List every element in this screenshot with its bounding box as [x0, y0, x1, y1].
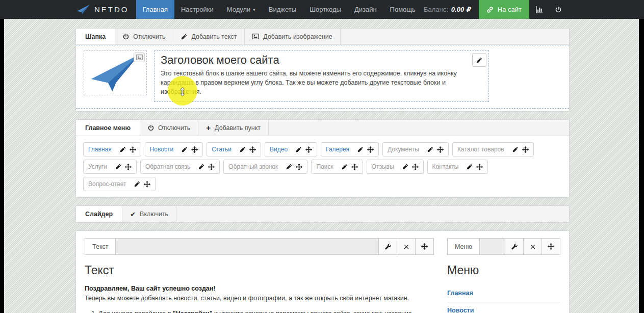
power-icon [123, 34, 129, 40]
move-menu-item-button[interactable] [125, 164, 132, 170]
menu-item-label: Поиск [316, 163, 333, 170]
nav-item-settings[interactable]: Настройки [174, 0, 220, 19]
text-widget-settings-button[interactable] [378, 239, 397, 254]
move-menu-item-button[interactable] [249, 146, 256, 153]
nav-item-label: Дизайн [354, 6, 377, 13]
image-icon [252, 34, 259, 39]
move-icon [144, 181, 150, 188]
menu-disable-button[interactable]: Отключить [140, 120, 198, 136]
menu-item-label: Контакты [432, 163, 459, 170]
menu-item-label: Отзывы [372, 163, 394, 170]
close-icon [530, 244, 535, 249]
edit-menu-item-button[interactable] [286, 164, 292, 170]
site-menu-link-0[interactable]: Главная [447, 285, 560, 302]
move-icon [125, 164, 132, 170]
nav-item-widgets[interactable]: Виджеты [262, 0, 303, 19]
move-menu-item-button[interactable] [296, 164, 302, 170]
edit-menu-item-button[interactable] [512, 146, 519, 152]
edit-header-text-button[interactable] [472, 53, 486, 67]
menu-item-chip: Отзывы [367, 160, 424, 174]
brand-logo[interactable]: NETDO [76, 0, 129, 19]
setup-steps-list: Для начала перейдите в "Настройки" и ука… [85, 309, 434, 313]
nav-item-modules[interactable]: Модули▾ [220, 0, 262, 19]
nav-item-home[interactable]: Главная [136, 0, 174, 19]
nav-item-label: Виджеты [269, 6, 296, 13]
power-icon [555, 7, 561, 13]
edit-menu-item-button[interactable] [198, 164, 204, 170]
menu-widget-move-button[interactable] [542, 239, 560, 254]
nav-item-shortcodes[interactable]: Шорткоды [303, 0, 348, 19]
header-add-text-button[interactable]: Добавить текст [173, 29, 245, 44]
edit-menu-item-button[interactable] [342, 164, 348, 170]
move-menu-item-button[interactable] [305, 146, 312, 153]
to-site-button[interactable]: На сайт [479, 0, 529, 19]
pencil-icon [181, 34, 187, 40]
text-widget-tab: Текст [85, 239, 116, 254]
header-disable-button[interactable]: Отключить [115, 29, 173, 44]
move-menu-item-button[interactable] [437, 146, 444, 153]
site-logo-block[interactable] [84, 50, 147, 95]
edit-menu-item-button[interactable] [402, 164, 408, 170]
pencil-icon [402, 164, 408, 170]
menu-item-label: Обратный звонок [228, 163, 278, 170]
edit-menu-item-button[interactable] [357, 146, 364, 152]
menu-widget-toolbar: Меню [447, 238, 560, 255]
edit-menu-item-button[interactable] [115, 164, 121, 170]
logout-button[interactable] [549, 0, 568, 19]
menu-item-label: Галерея [326, 146, 349, 153]
menu-widget-settings-button[interactable] [505, 239, 523, 254]
header-panel-tab: Шапка [76, 29, 115, 44]
move-menu-item-button[interactable] [476, 164, 483, 170]
navbar-right: Баланс: 0.00 ₽ На сайт [424, 0, 568, 19]
wrench-icon [385, 244, 391, 250]
main-menu-toolbar: Главное меню Отключить + Добавить пункт [76, 120, 569, 136]
brand-name: NETDO [94, 5, 129, 14]
site-menu-link-1[interactable]: Новости [447, 302, 560, 313]
menu-item-chip: Услуги [83, 160, 137, 174]
header-text-block[interactable]: Заголовок моего сайта Это текстовый блок… [154, 50, 489, 102]
menu-item-chip: Новости [145, 142, 203, 156]
menu-widget-close-button[interactable] [523, 239, 542, 254]
edit-menu-item-button[interactable] [467, 164, 473, 170]
power-icon [148, 125, 154, 131]
move-menu-item-button[interactable] [208, 164, 215, 170]
stats-button[interactable] [529, 0, 549, 19]
site-title: Заголовок моего сайта [161, 54, 467, 67]
menu-item-label: Обратная связь [145, 163, 190, 170]
move-menu-item-button[interactable] [130, 146, 136, 153]
move-menu-item-button[interactable] [412, 164, 419, 170]
menu-item-label: Главная [88, 146, 112, 153]
edit-menu-item-button[interactable] [240, 146, 246, 152]
nav-item-design[interactable]: Дизайн [348, 0, 383, 19]
move-icon [522, 146, 529, 153]
top-navbar: NETDO ГлавнаяНастройкиМодули▾ВиджетыШорт… [0, 0, 644, 19]
slider-enable-button[interactable]: ✔ Включить [122, 206, 176, 222]
menu-item-label: Видео [270, 146, 288, 153]
nav-item-label: Главная [143, 6, 168, 13]
move-icon [412, 164, 419, 170]
pencil-icon [357, 146, 364, 152]
move-menu-item-button[interactable] [351, 164, 358, 170]
edit-menu-item-button[interactable] [120, 146, 126, 152]
edit-menu-item-button[interactable] [182, 146, 188, 152]
menu-add-item-button[interactable]: + Добавить пункт [198, 120, 269, 136]
edit-menu-item-button[interactable] [134, 181, 140, 187]
header-add-image-button[interactable]: Добавить изображение [245, 29, 340, 44]
move-icon [191, 146, 198, 153]
move-icon [476, 164, 483, 170]
move-menu-item-button[interactable] [191, 146, 198, 153]
nav-item-help[interactable]: Помощь [383, 0, 422, 19]
move-menu-item-button[interactable] [522, 146, 529, 153]
move-menu-item-button[interactable] [367, 146, 374, 153]
move-menu-item-button[interactable] [144, 181, 150, 188]
edit-menu-item-button[interactable] [427, 146, 433, 152]
site-description: Это текстовый блок в шапке вашего сайта,… [161, 69, 467, 96]
menu-item-chip: Документы [382, 142, 449, 156]
menu-item-chip: Видео [265, 142, 317, 156]
edit-menu-item-button[interactable] [296, 146, 302, 152]
text-widget-move-button[interactable] [415, 239, 433, 254]
pencil-icon [342, 164, 348, 170]
move-icon [421, 243, 428, 250]
balance-value: 0.00 ₽ [451, 6, 471, 13]
text-widget-close-button[interactable] [397, 239, 415, 254]
